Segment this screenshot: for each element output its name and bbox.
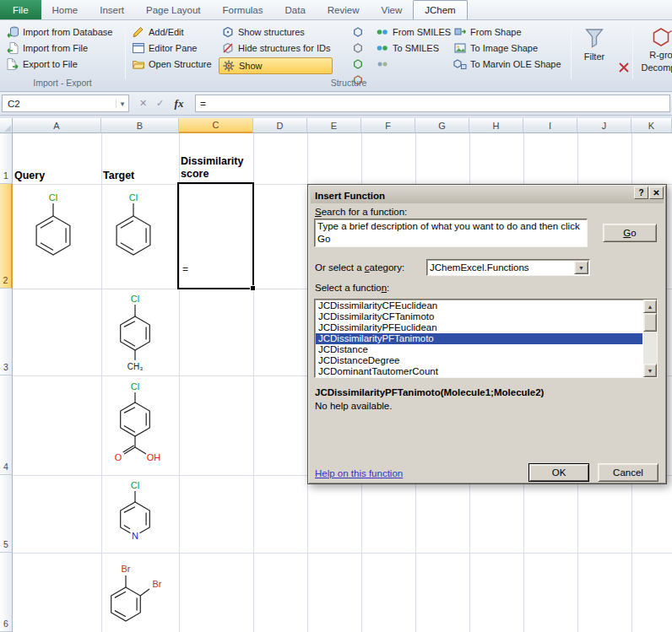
column-header-b[interactable]: B xyxy=(101,118,179,133)
filter-funnel-icon xyxy=(584,27,604,49)
group-label-import-export: Import - Export xyxy=(0,78,125,88)
tab-view[interactable]: View xyxy=(371,0,414,19)
dialog-close-button[interactable]: ✕ xyxy=(649,186,664,199)
svg-text:Br: Br xyxy=(122,564,131,574)
column-header-h[interactable]: H xyxy=(469,118,523,133)
help-on-function-link[interactable]: Help on this function xyxy=(315,468,403,478)
molecule-b4-chlorobenzoic-acid[interactable]: Cl O OH xyxy=(101,380,169,473)
molecule-b6-dibromobenzene[interactable]: Br Br xyxy=(98,557,170,632)
group-label-structure: Structure xyxy=(127,78,571,88)
smiles-extra-button[interactable] xyxy=(373,57,453,71)
import-from-file-button[interactable]: Import from File xyxy=(3,41,115,55)
show-structures-button[interactable]: Show structures xyxy=(219,25,333,39)
from-smiles-button[interactable]: From SMILES xyxy=(373,25,453,39)
row-header-3[interactable]: 3 xyxy=(0,289,13,375)
formula-input[interactable]: = xyxy=(195,95,670,112)
function-list-item[interactable]: JCDissimilarityCFTanimoto xyxy=(316,311,642,322)
fill-handle[interactable] xyxy=(250,285,256,291)
dialog-help-button[interactable]: ? xyxy=(634,186,648,199)
show-toggle-button[interactable]: Show xyxy=(219,57,333,74)
dropdown-arrow-icon[interactable]: ▼ xyxy=(574,261,588,274)
structure-mini-icon-3[interactable] xyxy=(351,57,365,71)
scroll-down-icon[interactable]: ▼ xyxy=(643,364,657,377)
svg-text:Cl: Cl xyxy=(129,192,138,203)
tab-page-layout[interactable]: Page Layout xyxy=(135,0,212,19)
cell-c2-formula: = xyxy=(182,263,188,275)
cancel-entry-button[interactable]: ✕ xyxy=(135,95,151,112)
cell-b1[interactable]: Target xyxy=(103,170,134,181)
molecule-b5-chloropyridine[interactable]: Cl N xyxy=(106,479,165,555)
row-header-1[interactable]: 1 xyxy=(0,133,13,184)
insert-function-button[interactable]: fx xyxy=(169,95,189,112)
ok-button[interactable]: OK xyxy=(528,463,589,482)
function-list-item[interactable]: JCDissimilarityCFEuclidean xyxy=(316,300,642,311)
search-input[interactable]: Type a brief description of what you wan… xyxy=(314,219,588,247)
to-image-shape-button[interactable]: To Image Shape xyxy=(451,41,564,55)
go-button[interactable]: Go xyxy=(603,224,657,242)
cell-c1[interactable]: Dissimilarity score xyxy=(181,155,253,181)
scroll-up-icon[interactable]: ▲ xyxy=(643,300,657,313)
function-list-item[interactable]: JCDistanceDegree xyxy=(316,355,642,366)
add-edit-button[interactable]: Add/Edit xyxy=(129,25,214,39)
scrollbar-thumb[interactable] xyxy=(643,313,657,332)
row-header-4[interactable]: 4 xyxy=(0,375,13,475)
svg-text:O: O xyxy=(115,452,122,462)
show-structures-icon xyxy=(221,25,235,39)
listbox-scrollbar[interactable]: ▲ ▼ xyxy=(643,300,657,377)
selected-cell-c2[interactable]: = xyxy=(177,182,254,289)
dialog-title-bar[interactable]: Insert Function xyxy=(311,187,664,203)
category-dropdown[interactable]: JChemExcel.Functions ▼ xyxy=(426,259,590,276)
tab-home[interactable]: Home xyxy=(41,0,89,19)
tab-insert[interactable]: Insert xyxy=(89,0,135,19)
row-header-5[interactable]: 5 xyxy=(0,475,13,553)
column-header-a[interactable]: A xyxy=(13,118,101,133)
column-header-k[interactable]: K xyxy=(631,118,672,133)
molecule-b2-chlorobenzene[interactable]: Cl xyxy=(104,189,163,277)
column-header-d[interactable]: D xyxy=(253,118,307,133)
function-list-item-selected[interactable]: JCDissimilarityPFTanimoto xyxy=(316,333,642,344)
molecule-a2-chlorobenzene[interactable]: Cl xyxy=(24,189,83,277)
function-list-item[interactable]: JCDissimilarityPFEuclidean xyxy=(316,322,642,333)
tab-file[interactable]: File xyxy=(0,0,41,19)
tab-data[interactable]: Data xyxy=(274,0,317,19)
function-list-item[interactable]: JCDominantTautomerCount xyxy=(316,366,642,377)
name-box[interactable]: C2 ▾ xyxy=(2,95,129,112)
molecule-b3-chlorotoluene[interactable]: Cl CH₃ xyxy=(106,292,165,378)
row-header-6[interactable]: 6 xyxy=(0,553,13,632)
tab-review[interactable]: Review xyxy=(317,0,371,19)
filter-button[interactable]: Filter xyxy=(573,24,615,79)
function-signature: JCDissimilarityPFTanimoto(Molecule1;Mole… xyxy=(315,387,544,397)
tab-jchem[interactable]: JChem xyxy=(413,0,467,19)
svg-text:Cl: Cl xyxy=(131,294,139,304)
enter-entry-button[interactable]: ✓ xyxy=(152,95,168,112)
column-header-e[interactable]: E xyxy=(307,118,361,133)
column-header-f[interactable]: F xyxy=(361,118,415,133)
column-header-c[interactable]: C xyxy=(179,118,253,133)
rgroup-decomposition-button[interactable]: R-gro Decompo xyxy=(636,24,672,79)
row-header-2[interactable]: 2 xyxy=(0,184,13,289)
structure-mini-icon-1[interactable] xyxy=(351,25,365,39)
import-from-database-button[interactable]: Import from Database xyxy=(3,25,115,39)
column-header-i[interactable]: I xyxy=(523,118,577,133)
hide-structures-button[interactable]: Hide structures for IDs xyxy=(219,41,333,55)
rgroup-hexagon-icon xyxy=(650,27,672,47)
from-shape-button[interactable]: From Shape xyxy=(451,25,564,39)
column-header-j[interactable]: J xyxy=(577,118,631,133)
function-list-item[interactable]: JCDistance xyxy=(316,344,642,355)
structure-mini-icon-2[interactable] xyxy=(351,41,365,55)
category-value: JChemExcel.Functions xyxy=(427,262,574,273)
export-to-file-button[interactable]: Export to File xyxy=(3,57,115,71)
editor-pane-button[interactable]: Editor Pane xyxy=(129,41,214,55)
clear-filter-icon[interactable] xyxy=(617,61,631,74)
function-listbox[interactable]: JCDissimilarityCFEuclidean JCDissimilari… xyxy=(314,299,658,378)
select-all-corner[interactable] xyxy=(0,118,13,133)
to-smiles-button[interactable]: To SMILES xyxy=(373,41,453,55)
open-structure-button[interactable]: Open Structure xyxy=(129,57,214,71)
to-marvin-ole-button[interactable]: To Marvin OLE Shape xyxy=(451,57,564,71)
cell-a1[interactable]: Query xyxy=(14,170,45,181)
cancel-button[interactable]: Cancel xyxy=(598,463,658,482)
name-box-dropdown-icon[interactable]: ▾ xyxy=(116,100,128,108)
tab-formulas[interactable]: Formulas xyxy=(212,0,274,19)
pencil-icon xyxy=(132,25,145,39)
column-header-g[interactable]: G xyxy=(415,118,469,133)
